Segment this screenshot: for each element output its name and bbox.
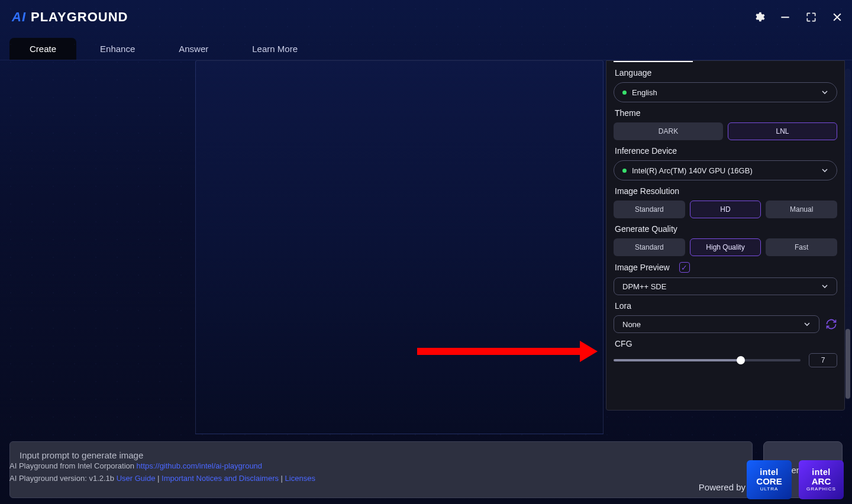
- device-dropdown[interactable]: Intel(R) Arc(TM) 140V GPU (16GB): [614, 160, 837, 180]
- link-notices[interactable]: Important Notices and Disclaimers: [162, 474, 279, 483]
- lora-dropdown[interactable]: None: [614, 315, 819, 333]
- tab-enhance[interactable]: Enhance: [80, 38, 155, 60]
- maximize-icon[interactable]: [802, 8, 820, 26]
- chevron-down-icon: [821, 283, 828, 290]
- link-licenses[interactable]: Licenses: [285, 474, 315, 483]
- intel-arc-badge: intel ARC GRAPHICS: [799, 460, 844, 499]
- language-label: Language: [615, 68, 837, 77]
- tab-create[interactable]: Create: [9, 38, 76, 60]
- preview-checkbox[interactable]: ✓: [679, 262, 690, 273]
- intel-badges: intel CORE ULTRA intel ARC GRAPHICS: [747, 460, 844, 499]
- titlebar: AIPLAYGROUND: [0, 0, 852, 34]
- powered-by-label: Powered by: [699, 482, 746, 492]
- chevron-down-icon: [821, 167, 828, 174]
- cfg-value[interactable]: 7: [809, 353, 837, 367]
- device-label: Inference Device: [615, 146, 837, 156]
- link-user-guide[interactable]: User Guide: [117, 474, 156, 483]
- status-dot-icon: [622, 169, 627, 173]
- quality-standard[interactable]: Standard: [614, 238, 685, 256]
- theme-dark[interactable]: DARK: [614, 122, 723, 140]
- status-dot-icon: [622, 91, 627, 95]
- logo-rest: PLAYGROUND: [31, 9, 128, 24]
- lora-value: None: [622, 320, 641, 329]
- main-tabs: Create Enhance Answer Learn More: [0, 34, 852, 60]
- panel-scrollbar[interactable]: [845, 69, 851, 400]
- quality-fast[interactable]: Fast: [766, 238, 837, 256]
- minimize-icon[interactable]: [776, 8, 794, 26]
- repo-link[interactable]: https://github.com/intel/ai-playground: [137, 461, 262, 470]
- tab-learn-more[interactable]: Learn More: [232, 38, 318, 60]
- language-dropdown[interactable]: English: [614, 82, 837, 102]
- cfg-slider-thumb[interactable]: [737, 356, 745, 364]
- footer-text-1: AI Playground from Intel Corporation: [9, 461, 137, 470]
- lora-label: Lora: [615, 301, 837, 311]
- app-logo: AIPLAYGROUND: [12, 9, 128, 25]
- settings-panel: Language English Theme DARK LNL Inferenc…: [606, 60, 845, 411]
- close-icon[interactable]: [828, 8, 846, 26]
- refresh-icon[interactable]: [825, 318, 837, 330]
- language-value: English: [632, 88, 657, 97]
- chevron-down-icon: [803, 321, 811, 328]
- quality-label: Generate Quality: [615, 224, 837, 234]
- resolution-standard[interactable]: Standard: [614, 201, 685, 218]
- logo-ai: AI: [12, 9, 26, 24]
- resolution-manual[interactable]: Manual: [766, 201, 837, 218]
- footer-version: AI Playground version: v1.2.1b: [9, 474, 117, 483]
- preview-label: Image Preview: [615, 263, 670, 272]
- chevron-down-icon: [821, 89, 828, 96]
- theme-lnl[interactable]: LNL: [728, 122, 837, 140]
- cfg-slider[interactable]: [614, 359, 801, 361]
- settings-tab-indicator: [614, 61, 693, 62]
- intel-core-badge: intel CORE ULTRA: [747, 460, 792, 499]
- cfg-label: CFG: [615, 339, 837, 348]
- quality-high[interactable]: High Quality: [690, 238, 761, 256]
- sampler-dropdown[interactable]: DPM++ SDE: [614, 277, 837, 295]
- resolution-label: Image Resolution: [615, 186, 837, 196]
- svg-rect-0: [781, 17, 789, 18]
- resolution-hd[interactable]: HD: [690, 201, 761, 218]
- tab-answer[interactable]: Answer: [159, 38, 228, 60]
- image-canvas: [195, 60, 604, 434]
- settings-gear-icon[interactable]: [750, 8, 768, 26]
- theme-label: Theme: [615, 108, 837, 118]
- device-value: Intel(R) Arc(TM) 140V GPU (16GB): [632, 166, 753, 175]
- sampler-value: DPM++ SDE: [622, 282, 666, 291]
